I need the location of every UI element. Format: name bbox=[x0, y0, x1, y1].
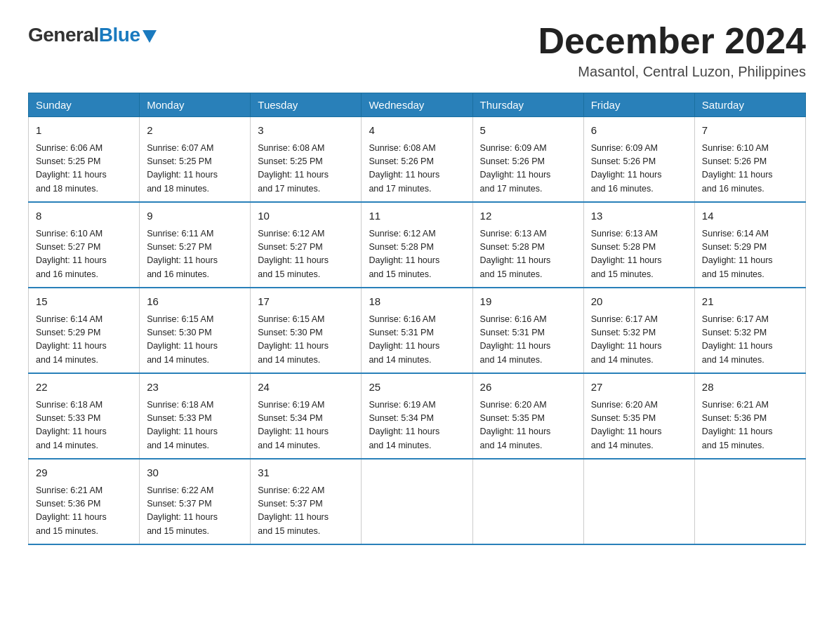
day-info: Sunrise: 6:10 AMSunset: 5:26 PMDaylight:… bbox=[702, 142, 798, 196]
calendar-day-cell: 27Sunrise: 6:20 AMSunset: 5:35 PMDayligh… bbox=[583, 373, 694, 459]
day-info: Sunrise: 6:21 AMSunset: 5:36 PMDaylight:… bbox=[702, 398, 798, 453]
calendar-header-cell: Wednesday bbox=[362, 93, 472, 117]
day-info: Sunrise: 6:12 AMSunset: 5:27 PMDaylight:… bbox=[258, 227, 354, 282]
calendar-day-cell: 15Sunrise: 6:14 AMSunset: 5:29 PMDayligh… bbox=[29, 288, 140, 373]
day-number: 6 bbox=[591, 123, 687, 139]
day-info: Sunrise: 6:10 AMSunset: 5:27 PMDaylight:… bbox=[36, 227, 132, 282]
calendar-day-cell bbox=[472, 459, 583, 544]
day-number: 18 bbox=[369, 294, 465, 310]
calendar-day-cell: 13Sunrise: 6:13 AMSunset: 5:28 PMDayligh… bbox=[583, 202, 694, 288]
day-number: 10 bbox=[258, 208, 354, 224]
day-number: 7 bbox=[702, 123, 798, 139]
calendar-day-cell: 28Sunrise: 6:21 AMSunset: 5:36 PMDayligh… bbox=[694, 373, 805, 459]
logo-blue-part: Blue bbox=[99, 24, 157, 46]
calendar-body: 1Sunrise: 6:06 AMSunset: 5:25 PMDaylight… bbox=[29, 117, 806, 545]
day-info: Sunrise: 6:22 AMSunset: 5:37 PMDaylight:… bbox=[147, 484, 243, 539]
calendar-day-cell: 1Sunrise: 6:06 AMSunset: 5:25 PMDaylight… bbox=[29, 117, 140, 203]
calendar-header-cell: Monday bbox=[140, 93, 251, 117]
calendar-day-cell: 19Sunrise: 6:16 AMSunset: 5:31 PMDayligh… bbox=[472, 288, 583, 373]
day-number: 5 bbox=[480, 123, 576, 139]
calendar-day-cell: 23Sunrise: 6:18 AMSunset: 5:33 PMDayligh… bbox=[140, 373, 251, 459]
day-number: 11 bbox=[369, 208, 465, 224]
day-number: 17 bbox=[258, 294, 354, 310]
day-info: Sunrise: 6:09 AMSunset: 5:26 PMDaylight:… bbox=[480, 142, 576, 196]
day-info: Sunrise: 6:11 AMSunset: 5:27 PMDaylight:… bbox=[147, 227, 243, 282]
calendar-day-cell: 16Sunrise: 6:15 AMSunset: 5:30 PMDayligh… bbox=[140, 288, 251, 373]
day-number: 16 bbox=[147, 294, 243, 310]
day-info: Sunrise: 6:13 AMSunset: 5:28 PMDaylight:… bbox=[591, 227, 687, 282]
calendar-day-cell: 31Sunrise: 6:22 AMSunset: 5:37 PMDayligh… bbox=[251, 459, 362, 544]
day-info: Sunrise: 6:15 AMSunset: 5:30 PMDaylight:… bbox=[147, 313, 243, 368]
day-info: Sunrise: 6:08 AMSunset: 5:26 PMDaylight:… bbox=[369, 142, 465, 196]
day-number: 25 bbox=[369, 380, 465, 396]
day-number: 20 bbox=[591, 294, 687, 310]
calendar-header-cell: Saturday bbox=[694, 93, 805, 117]
day-info: Sunrise: 6:12 AMSunset: 5:28 PMDaylight:… bbox=[369, 227, 465, 282]
day-number: 22 bbox=[36, 380, 132, 396]
page-header: General Blue December 2024 Masantol, Cen… bbox=[28, 21, 806, 80]
calendar-day-cell: 12Sunrise: 6:13 AMSunset: 5:28 PMDayligh… bbox=[472, 202, 583, 288]
calendar-week-row: 15Sunrise: 6:14 AMSunset: 5:29 PMDayligh… bbox=[29, 288, 806, 373]
day-info: Sunrise: 6:16 AMSunset: 5:31 PMDaylight:… bbox=[369, 313, 465, 368]
calendar-day-cell: 7Sunrise: 6:10 AMSunset: 5:26 PMDaylight… bbox=[694, 117, 805, 203]
calendar-day-cell: 20Sunrise: 6:17 AMSunset: 5:32 PMDayligh… bbox=[583, 288, 694, 373]
day-number: 24 bbox=[258, 380, 354, 396]
calendar-week-row: 1Sunrise: 6:06 AMSunset: 5:25 PMDaylight… bbox=[29, 117, 806, 203]
day-info: Sunrise: 6:20 AMSunset: 5:35 PMDaylight:… bbox=[591, 398, 687, 453]
day-number: 8 bbox=[36, 208, 132, 224]
calendar-day-cell: 29Sunrise: 6:21 AMSunset: 5:36 PMDayligh… bbox=[29, 459, 140, 544]
calendar-day-cell bbox=[694, 459, 805, 544]
day-number: 4 bbox=[369, 123, 465, 139]
day-number: 14 bbox=[702, 208, 798, 224]
day-info: Sunrise: 6:22 AMSunset: 5:37 PMDaylight:… bbox=[258, 484, 354, 539]
day-info: Sunrise: 6:07 AMSunset: 5:25 PMDaylight:… bbox=[147, 142, 243, 196]
day-info: Sunrise: 6:14 AMSunset: 5:29 PMDaylight:… bbox=[702, 227, 798, 282]
day-info: Sunrise: 6:21 AMSunset: 5:36 PMDaylight:… bbox=[36, 484, 132, 539]
day-info: Sunrise: 6:19 AMSunset: 5:34 PMDaylight:… bbox=[369, 398, 465, 453]
day-info: Sunrise: 6:15 AMSunset: 5:30 PMDaylight:… bbox=[258, 313, 354, 368]
day-number: 13 bbox=[591, 208, 687, 224]
logo-general-text: General bbox=[28, 24, 99, 46]
calendar-header-row: SundayMondayTuesdayWednesdayThursdayFrid… bbox=[29, 93, 806, 117]
calendar-header-cell: Sunday bbox=[29, 93, 140, 117]
calendar-header-cell: Thursday bbox=[472, 93, 583, 117]
day-number: 27 bbox=[591, 380, 687, 396]
calendar-day-cell: 18Sunrise: 6:16 AMSunset: 5:31 PMDayligh… bbox=[362, 288, 472, 373]
calendar-day-cell: 9Sunrise: 6:11 AMSunset: 5:27 PMDaylight… bbox=[140, 202, 251, 288]
title-block: December 2024 Masantol, Central Luzon, P… bbox=[538, 21, 806, 80]
logo: General Blue bbox=[28, 24, 157, 46]
calendar-table: SundayMondayTuesdayWednesdayThursdayFrid… bbox=[28, 93, 806, 545]
day-number: 15 bbox=[36, 294, 132, 310]
calendar-day-cell: 26Sunrise: 6:20 AMSunset: 5:35 PMDayligh… bbox=[472, 373, 583, 459]
calendar-day-cell: 14Sunrise: 6:14 AMSunset: 5:29 PMDayligh… bbox=[694, 202, 805, 288]
day-info: Sunrise: 6:06 AMSunset: 5:25 PMDaylight:… bbox=[36, 142, 132, 196]
calendar-day-cell: 25Sunrise: 6:19 AMSunset: 5:34 PMDayligh… bbox=[362, 373, 472, 459]
day-info: Sunrise: 6:09 AMSunset: 5:26 PMDaylight:… bbox=[591, 142, 687, 196]
day-number: 12 bbox=[480, 208, 576, 224]
day-number: 29 bbox=[36, 465, 132, 481]
day-info: Sunrise: 6:08 AMSunset: 5:25 PMDaylight:… bbox=[258, 142, 354, 196]
logo-blue-text: Blue bbox=[99, 24, 140, 46]
calendar-day-cell: 5Sunrise: 6:09 AMSunset: 5:26 PMDaylight… bbox=[472, 117, 583, 203]
day-info: Sunrise: 6:19 AMSunset: 5:34 PMDaylight:… bbox=[258, 398, 354, 453]
calendar-day-cell: 30Sunrise: 6:22 AMSunset: 5:37 PMDayligh… bbox=[140, 459, 251, 544]
day-info: Sunrise: 6:14 AMSunset: 5:29 PMDaylight:… bbox=[36, 313, 132, 368]
calendar-day-cell bbox=[583, 459, 694, 544]
day-info: Sunrise: 6:17 AMSunset: 5:32 PMDaylight:… bbox=[702, 313, 798, 368]
calendar-day-cell: 8Sunrise: 6:10 AMSunset: 5:27 PMDaylight… bbox=[29, 202, 140, 288]
day-number: 31 bbox=[258, 465, 354, 481]
calendar-day-cell: 17Sunrise: 6:15 AMSunset: 5:30 PMDayligh… bbox=[251, 288, 362, 373]
calendar-day-cell: 3Sunrise: 6:08 AMSunset: 5:25 PMDaylight… bbox=[251, 117, 362, 203]
calendar-day-cell: 21Sunrise: 6:17 AMSunset: 5:32 PMDayligh… bbox=[694, 288, 805, 373]
day-number: 28 bbox=[702, 380, 798, 396]
calendar-header-cell: Friday bbox=[583, 93, 694, 117]
calendar-day-cell: 10Sunrise: 6:12 AMSunset: 5:27 PMDayligh… bbox=[251, 202, 362, 288]
calendar-day-cell bbox=[362, 459, 472, 544]
page-title: December 2024 bbox=[538, 21, 806, 61]
calendar-day-cell: 2Sunrise: 6:07 AMSunset: 5:25 PMDaylight… bbox=[140, 117, 251, 203]
day-number: 23 bbox=[147, 380, 243, 396]
calendar-week-row: 8Sunrise: 6:10 AMSunset: 5:27 PMDaylight… bbox=[29, 202, 806, 288]
day-number: 3 bbox=[258, 123, 354, 139]
day-info: Sunrise: 6:18 AMSunset: 5:33 PMDaylight:… bbox=[147, 398, 243, 453]
day-info: Sunrise: 6:13 AMSunset: 5:28 PMDaylight:… bbox=[480, 227, 576, 282]
